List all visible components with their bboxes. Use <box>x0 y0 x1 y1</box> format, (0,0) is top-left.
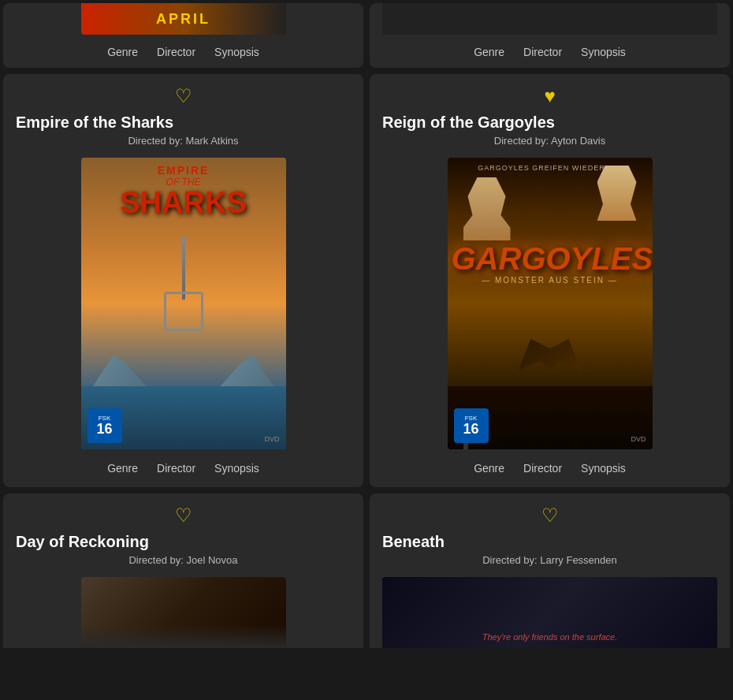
director-link-top-left[interactable]: Director <box>157 46 195 58</box>
director-beneath: Directed by: Larry Fessenden <box>382 554 717 566</box>
figure-right <box>597 166 637 221</box>
heart-icon-sharks[interactable]: ♡ <box>175 87 192 106</box>
card-beneath: ♡ Beneath Directed by: Larry Fessenden T… <box>370 493 730 648</box>
poster-reign-gargoyles: GARGOYLES GREIFEN WIEDER AN! GARGOYLES —… <box>448 158 653 449</box>
genre-link-top-right[interactable]: Genre <box>474 46 504 58</box>
card-empire-sharks: ♡ Empire of the Sharks Directed by: Mark… <box>3 74 363 487</box>
genre-link-sharks[interactable]: Genre <box>107 462 138 475</box>
heart-icon-beneath[interactable]: ♡ <box>541 506 559 525</box>
beneath-tagline: They're only friends on the surface. <box>382 632 717 642</box>
gargoyle-creature <box>519 339 582 386</box>
poster-empire-text: EMPIRE OF THE SHARKS <box>81 164 286 218</box>
april-stub: APRIL <box>81 3 286 35</box>
fsk-badge-sharks: FSK 16 <box>87 408 122 443</box>
dvd-label-gargoyles: DVD <box>631 435 646 443</box>
figure-left <box>463 177 511 240</box>
title-reign-gargoyles: Reign of the Gargoyles <box>382 114 717 132</box>
dvd-label-sharks: DVD <box>264 435 279 443</box>
title-empire-sharks: Empire of the Sharks <box>16 114 351 132</box>
synopsis-link-sharks[interactable]: Synopsis <box>214 462 259 475</box>
director-reign-gargoyles: Directed by: Ayton Davis <box>382 135 717 147</box>
synopsis-link-gargoyles[interactable]: Synopsis <box>581 462 626 475</box>
poster-empire-sharks: EMPIRE OF THE SHARKS FSK 16 DVD <box>81 158 286 449</box>
top-left-links: Genre Director Synopsis <box>107 46 259 58</box>
card-top-right: Genre Director Synopsis <box>370 3 730 68</box>
reckoning-fade <box>81 624 286 648</box>
director-link-sharks[interactable]: Director <box>157 462 195 475</box>
fsk-badge-gargoyles: FSK 16 <box>454 408 489 443</box>
card-day-reckoning: ♡ Day of Reckoning Directed by: Joel Nov… <box>3 493 363 648</box>
links-empire-sharks: Genre Director Synopsis <box>107 462 259 475</box>
synopsis-link-top-right[interactable]: Synopsis <box>581 46 626 58</box>
april-text: APRIL <box>156 11 210 28</box>
cage-visual <box>164 292 203 331</box>
heart-icon-reckoning[interactable]: ♡ <box>175 506 192 525</box>
synopsis-link-top-left[interactable]: Synopsis <box>214 46 259 58</box>
chain-visual <box>182 236 185 300</box>
poster-gargoyles-bg: GARGOYLES GREIFEN WIEDER AN! GARGOYLES —… <box>448 158 653 449</box>
movie-grid: APRIL Genre Director Synopsis Genre Dire… <box>0 0 733 651</box>
gargoyles-title-area: GARGOYLES — MONSTER AUS STEIN — <box>452 244 649 285</box>
director-link-top-right[interactable]: Director <box>523 46 562 58</box>
wings <box>519 339 582 370</box>
card-top-left: APRIL Genre Director Synopsis <box>3 3 363 68</box>
director-empire-sharks: Directed by: Mark Atkins <box>16 135 351 147</box>
heart-icon-gargoyles[interactable]: ♥ <box>544 87 555 106</box>
director-link-gargoyles[interactable]: Director <box>523 462 562 475</box>
top-right-stub <box>382 3 717 35</box>
poster-sharks-bg: EMPIRE OF THE SHARKS FSK 16 DVD <box>81 158 286 449</box>
director-day-reckoning: Directed by: Joel Novoa <box>16 554 351 566</box>
title-beneath: Beneath <box>382 533 717 551</box>
card-reign-gargoyles: ♥ Reign of the Gargoyles Directed by: Ay… <box>370 74 730 487</box>
poster-day-reckoning <box>81 577 286 648</box>
top-right-links: Genre Director Synopsis <box>474 46 626 58</box>
links-reign-gargoyles: Genre Director Synopsis <box>474 462 626 475</box>
title-day-reckoning: Day of Reckoning <box>16 533 351 551</box>
poster-beneath: They're only friends on the surface. <box>382 577 717 648</box>
genre-link-gargoyles[interactable]: Genre <box>474 462 504 475</box>
genre-link-top-left[interactable]: Genre <box>107 46 138 58</box>
